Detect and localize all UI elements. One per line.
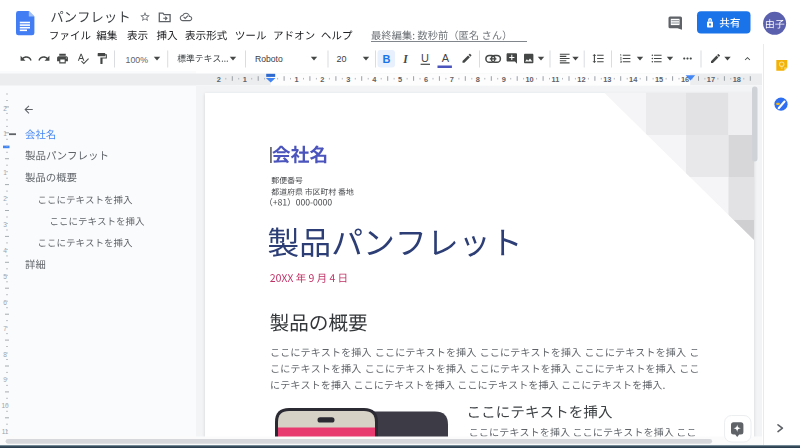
svg-text:17: 17 [707,75,715,84]
svg-text:2: 2 [3,195,7,202]
svg-text:4: 4 [3,247,7,254]
svg-text:14: 14 [629,75,638,84]
svg-text:8: 8 [476,75,480,84]
svg-text:6: 6 [424,75,428,84]
svg-text:6: 6 [3,299,7,306]
svg-text:3: 3 [3,221,7,228]
svg-text:1: 1 [3,130,7,137]
svg-text:7: 7 [450,75,454,84]
svg-text:15: 15 [655,75,663,84]
svg-text:10: 10 [525,75,533,84]
svg-text:2: 2 [217,75,221,84]
svg-text:5: 5 [3,273,7,280]
svg-text:3: 3 [346,75,350,84]
svg-text:9: 9 [502,75,506,84]
svg-text:10: 10 [1,402,9,409]
svg-text:1: 1 [243,75,247,84]
svg-text:11: 11 [552,75,560,84]
svg-text:9: 9 [3,376,7,383]
svg-text:1: 1 [3,169,7,176]
svg-text:11: 11 [2,428,9,435]
svg-text:2: 2 [320,75,324,84]
svg-text:7: 7 [3,325,7,332]
svg-text:18: 18 [733,75,741,84]
svg-text:5: 5 [398,75,402,84]
svg-text:I: I [402,53,408,65]
svg-text:12: 12 [577,75,585,84]
svg-text:U: U [421,52,429,64]
svg-text:8: 8 [3,351,7,358]
svg-text:B: B [382,53,390,65]
svg-text:2: 2 [3,105,7,112]
svg-text:A: A [442,52,450,64]
svg-text:13: 13 [603,75,611,84]
svg-text:1: 1 [294,75,298,84]
